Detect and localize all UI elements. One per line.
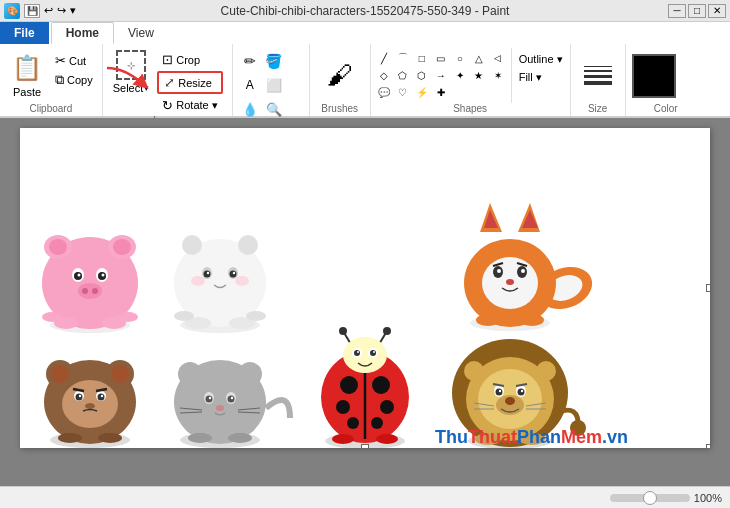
size-1-line[interactable] — [584, 66, 612, 67]
svg-point-93 — [339, 327, 347, 335]
canvas-handle-right[interactable] — [706, 284, 710, 292]
pencil-icon[interactable]: ✏ — [239, 50, 261, 72]
shape-line-icon[interactable]: ╱ — [375, 50, 393, 66]
shape-diamond-icon[interactable]: ◇ — [375, 67, 393, 83]
paste-icon: 📋 — [10, 50, 44, 86]
svg-point-33 — [235, 276, 249, 286]
shape-penta-icon[interactable]: ⬠ — [394, 67, 412, 83]
svg-point-99 — [372, 376, 390, 394]
shape-lightning-icon[interactable]: ⚡ — [413, 84, 431, 100]
fill-label: Fill ▾ — [519, 71, 542, 84]
close-btn[interactable]: ✕ — [708, 4, 726, 18]
tab-home[interactable]: Home — [51, 22, 114, 44]
shape-talk-icon[interactable]: 💬 — [375, 84, 393, 100]
resize-button[interactable]: ⤢ Resize — [157, 71, 222, 94]
shape-roundrect-icon[interactable]: ▭ — [432, 50, 450, 66]
shape-hexa-icon[interactable]: ⬡ — [413, 67, 431, 83]
color-box[interactable] — [632, 54, 676, 98]
eraser-icon[interactable]: ⬜ — [263, 74, 285, 96]
svg-point-80 — [206, 396, 213, 403]
svg-point-121 — [499, 390, 501, 392]
shape-rect-icon[interactable]: □ — [413, 50, 431, 66]
shape-heart-icon[interactable]: ♡ — [394, 84, 412, 100]
svg-point-95 — [383, 327, 391, 335]
shape-ellipse-icon[interactable]: ○ — [451, 50, 469, 66]
size-4-line[interactable] — [584, 81, 612, 85]
svg-point-15 — [78, 283, 102, 299]
crop-label: Crop — [176, 54, 200, 66]
size-2-line[interactable] — [584, 70, 612, 72]
svg-point-59 — [51, 365, 69, 383]
svg-point-50 — [521, 269, 525, 273]
select-button[interactable]: ⊹ Select▾ — [109, 48, 154, 96]
clipboard-group: 📋 Paste ✂ Cut ⧉ Copy Clipboard — [0, 44, 103, 116]
svg-point-131 — [464, 361, 484, 381]
shape-tri-icon[interactable]: △ — [470, 50, 488, 66]
zoom-slider[interactable] — [610, 494, 690, 502]
image-content: ⊹ Select▾ ⊡ Crop ⤢ Resize ↻ Rotate ▾ — [109, 48, 226, 115]
canvas-handle-bottom[interactable] — [361, 444, 369, 448]
svg-point-16 — [82, 288, 88, 294]
shape-star6-icon[interactable]: ✶ — [489, 67, 507, 83]
undo-icon[interactable]: ↩ — [44, 4, 53, 17]
canvas-area: ThuThuatPhanMem.vn — [0, 118, 730, 486]
text-tool-icon[interactable]: A — [239, 74, 261, 96]
app-icon: 🎨 — [4, 3, 20, 19]
svg-point-109 — [357, 351, 359, 353]
paste-label: Paste — [13, 86, 41, 98]
picker-icon[interactable]: 💧 — [239, 98, 261, 120]
svg-point-120 — [518, 389, 525, 396]
canvas-handle-corner[interactable] — [706, 444, 710, 448]
maximize-btn[interactable]: □ — [688, 4, 706, 18]
status-bar: 100% — [0, 486, 730, 508]
fill-tool-icon[interactable]: 🪣 — [263, 50, 285, 72]
svg-point-73 — [98, 433, 122, 443]
customize-dropdown-icon[interactable]: ▾ — [70, 4, 76, 17]
svg-point-89 — [188, 433, 212, 443]
save-icon[interactable]: 💾 — [24, 4, 40, 18]
cut-copy-group: ✂ Cut ⧉ Copy — [52, 48, 96, 89]
shape-star4-icon[interactable]: ✦ — [451, 67, 469, 83]
crop-button[interactable]: ⊡ Crop — [157, 50, 222, 69]
shapes-group: ╱ ⌒ □ ▭ ○ △ ◁ ◇ ⬠ ⬡ → ✦ ★ ✶ — [371, 44, 571, 116]
copy-button[interactable]: ⧉ Copy — [52, 71, 96, 89]
svg-point-66 — [98, 394, 105, 401]
svg-point-53 — [506, 279, 514, 285]
svg-point-6 — [49, 239, 67, 255]
rotate-icon: ↻ — [162, 98, 173, 113]
shape-rtri-icon[interactable]: ◁ — [489, 50, 507, 66]
redo-icon[interactable]: ↪ — [57, 4, 66, 17]
rotate-button[interactable]: ↻ Rotate ▾ — [157, 96, 222, 115]
shape-cross-icon[interactable]: ✚ — [432, 84, 450, 100]
paste-button[interactable]: 📋 Paste — [6, 48, 48, 100]
tab-view[interactable]: View — [114, 22, 168, 44]
tab-file[interactable]: File — [0, 22, 49, 44]
svg-point-112 — [376, 434, 398, 444]
canvas-wrapper[interactable]: ThuThuatPhanMem.vn — [20, 128, 710, 448]
svg-point-76 — [178, 362, 202, 386]
color-label: Color — [632, 103, 700, 116]
svg-point-49 — [497, 269, 501, 273]
shape-curve-icon[interactable]: ⌒ — [394, 50, 412, 66]
crop-icon: ⊡ — [162, 52, 173, 67]
shapes-label: Shapes — [375, 103, 566, 116]
clipboard-content: 📋 Paste ✂ Cut ⧉ Copy — [6, 48, 96, 103]
fill-button[interactable]: Fill ▾ — [516, 70, 566, 85]
svg-point-82 — [209, 397, 211, 399]
shape-star5-icon[interactable]: ★ — [470, 67, 488, 83]
crop-resize-col: ⊡ Crop ⤢ Resize ↻ Rotate ▾ — [157, 48, 222, 115]
cut-button[interactable]: ✂ Cut — [52, 52, 96, 69]
shapes-row-2: ◇ ⬠ ⬡ → ✦ ★ ✶ — [375, 67, 507, 83]
magnifier-icon[interactable]: 🔍 — [263, 98, 285, 120]
outline-button[interactable]: Outline ▾ — [516, 52, 566, 67]
svg-point-29 — [230, 271, 237, 278]
svg-point-20 — [42, 312, 62, 322]
svg-point-21 — [118, 312, 138, 322]
svg-point-13 — [78, 274, 81, 277]
brushes-icon[interactable]: 🖌 — [318, 56, 362, 96]
svg-point-126 — [505, 397, 515, 405]
size-3-line[interactable] — [584, 75, 612, 78]
svg-point-83 — [231, 397, 233, 399]
minimize-btn[interactable]: ─ — [668, 4, 686, 18]
shape-arrow-icon[interactable]: → — [432, 67, 450, 83]
